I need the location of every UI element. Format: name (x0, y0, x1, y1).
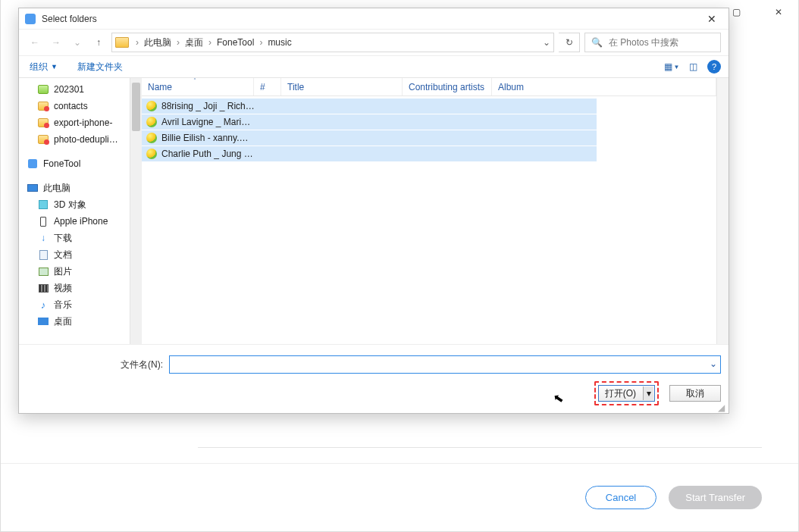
breadcrumb-item[interactable]: 此电脑 (143, 36, 173, 49)
breadcrumb-item[interactable]: 桌面 (183, 36, 205, 49)
organize-menu[interactable]: 组织▼ (27, 61, 61, 74)
tree-item-label: photo-dedupli… (54, 134, 118, 145)
tree-item-label: 3D 对象 (54, 199, 86, 211)
file-row[interactable]: Billie Eilish - xanny.… (142, 130, 597, 146)
tree-item-label: Apple iPhone (54, 216, 108, 227)
open-dropdown[interactable]: ▾ (643, 386, 653, 400)
file-name: Avril Lavigne _ Mari… (161, 117, 250, 127)
folder-icon (115, 37, 129, 48)
dialog-cancel-button[interactable]: 取消 (669, 385, 721, 402)
dialog-titlebar: Select folders ✕ (19, 8, 728, 30)
filename-input[interactable]: ⌄ (169, 355, 721, 374)
filename-label: 文件名(N): (27, 358, 163, 371)
file-row[interactable]: 88rising _ Joji _ Rich… (142, 98, 597, 114)
help-button[interactable]: ? (707, 60, 721, 74)
tree-item-label: FoneTool (43, 158, 80, 169)
chevron-right-icon: › (174, 37, 182, 48)
breadcrumb-item[interactable]: music (266, 37, 293, 48)
tree-item[interactable]: 3D 对象 (24, 196, 130, 213)
tree-scrollbar[interactable] (130, 78, 142, 366)
scrollbar-thumb[interactable] (132, 83, 140, 131)
file-row[interactable]: Charlie Puth _ Jung … (142, 146, 597, 161)
cancel-button[interactable]: Cancel (585, 486, 656, 509)
music-file-icon (146, 133, 157, 143)
search-icon: 🔍 (591, 37, 603, 48)
tree-item-label: 视频 (54, 282, 72, 295)
file-rows: 88rising _ Joji _ Rich…Avril Lavigne _ M… (142, 96, 716, 161)
sort-indicator-icon: ˄ (193, 77, 196, 84)
parent-footer: Cancel Start Transfer (1, 463, 798, 531)
nav-history-dropdown[interactable]: ⌄ (69, 34, 86, 51)
column-headers: ˄ Name # Title Contributing artists Albu… (142, 78, 716, 96)
preview-pane-button[interactable]: ◫ (685, 58, 701, 75)
column-album[interactable]: Album (492, 78, 716, 95)
tree-item[interactable]: ♪音乐 (24, 296, 130, 313)
tree-item-label: 桌面 (54, 315, 72, 328)
file-list-area: ˄ Name # Title Contributing artists Albu… (142, 78, 716, 366)
path-dropdown[interactable]: ⌄ (543, 37, 550, 48)
tree-item-label: contacts (54, 101, 88, 111)
dialog-title: Select folders (42, 14, 701, 24)
tree-item-label: 此电脑 (43, 182, 70, 195)
tree-item[interactable]: photo-dedupli… (24, 131, 130, 148)
folder-tree[interactable]: 202301contactsexport-iphone-photo-dedupl… (19, 78, 130, 366)
tree-item-label: 202301 (54, 84, 84, 95)
filename-row: 文件名(N): ⌄ (27, 355, 721, 374)
nav-row: ← → ⌄ ↑ › 此电脑 › 桌面 › FoneTool › music ⌄ … (19, 30, 728, 55)
view-mode-button[interactable]: ▦ ▼ (663, 58, 680, 75)
column-number[interactable]: # (254, 78, 281, 95)
refresh-button[interactable]: ↻ (559, 33, 580, 52)
breadcrumb-bar[interactable]: › 此电脑 › 桌面 › FoneTool › music ⌄ (111, 33, 554, 52)
new-folder-button[interactable]: 新建文件夹 (74, 61, 126, 74)
divider (198, 447, 762, 448)
chevron-right-icon: › (257, 37, 265, 48)
search-placeholder: 在 Photos 中搜索 (609, 36, 678, 49)
start-transfer-button[interactable]: Start Transfer (669, 486, 762, 509)
breadcrumb-item[interactable]: FoneTool (215, 37, 255, 48)
column-name[interactable]: Name (142, 78, 254, 95)
tree-item[interactable]: ↓下载 (24, 230, 130, 246)
nav-forward-button[interactable]: → (48, 34, 64, 51)
music-file-icon (146, 101, 157, 111)
nav-back-button[interactable]: ← (27, 34, 43, 51)
open-button-highlight: 打开(O) ▾ (594, 381, 659, 405)
tree-item[interactable]: 202301 (24, 81, 130, 98)
dialog-body: 202301contactsexport-iphone-photo-dedupl… (19, 78, 728, 366)
search-input[interactable]: 🔍 在 Photos 中搜索 (584, 33, 721, 52)
tree-item-label: 下载 (54, 232, 72, 245)
chevron-right-icon: › (133, 37, 141, 48)
tree-item[interactable]: 图片 (24, 263, 130, 280)
music-file-icon (146, 149, 157, 159)
tree-item[interactable]: FoneTool (24, 155, 130, 172)
tree-item[interactable]: contacts (24, 98, 130, 114)
column-artists[interactable]: Contributing artists (403, 78, 492, 95)
app-logo-icon (25, 14, 36, 24)
dialog-actions: 打开(O) ▾ 取消 (27, 381, 721, 405)
tree-item[interactable]: 视频 (24, 280, 130, 296)
chevron-down-icon[interactable]: ⌄ (710, 358, 717, 369)
file-name: 88rising _ Joji _ Rich… (161, 101, 255, 111)
column-title[interactable]: Title (281, 78, 403, 95)
tree-item-label: export-iphone- (54, 117, 112, 128)
resize-grip[interactable]: ◢ (718, 402, 727, 412)
dialog-footer: 文件名(N): ⌄ 打开(O) ▾ 取消 (19, 344, 728, 413)
tree-item[interactable]: 桌面 (24, 313, 130, 330)
tree-item[interactable]: Apple iPhone (24, 213, 130, 230)
file-name: Charlie Puth _ Jung … (161, 149, 253, 159)
file-dialog: Select folders ✕ ← → ⌄ ↑ › 此电脑 › 桌面 › Fo… (18, 8, 729, 414)
chevron-down-icon: ▼ (51, 63, 58, 70)
parent-close-button[interactable]: ✕ (765, 2, 792, 23)
tree-item-label: 文档 (54, 249, 72, 261)
file-name: Billie Eilish - xanny.… (161, 133, 248, 143)
file-scrollbar[interactable] (716, 78, 728, 366)
music-file-icon (146, 117, 157, 127)
chevron-right-icon: › (206, 37, 214, 48)
dialog-close-button[interactable]: ✕ (701, 11, 722, 27)
tree-item[interactable]: 此电脑 (24, 180, 130, 196)
tree-item[interactable]: export-iphone- (24, 114, 130, 131)
tree-item[interactable]: 文档 (24, 246, 130, 263)
nav-up-button[interactable]: ↑ (90, 34, 107, 51)
open-button[interactable]: 打开(O) ▾ (598, 385, 655, 402)
file-row[interactable]: Avril Lavigne _ Mari… (142, 114, 597, 130)
tree-item-label: 音乐 (54, 299, 72, 311)
